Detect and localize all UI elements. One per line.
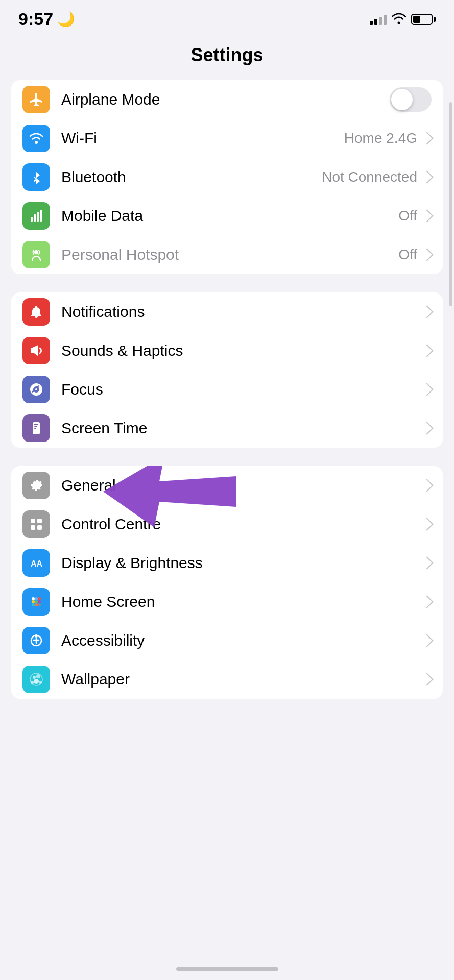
mobile-data-label: Mobile Data	[61, 207, 398, 225]
general-label: General	[61, 477, 422, 494]
display-brightness-label: Display & Brightness	[61, 554, 422, 572]
wallpaper-icon	[22, 666, 50, 693]
wifi-status-icon	[392, 13, 406, 26]
screen-time-label: Screen Time	[61, 420, 422, 437]
svg-rect-9	[34, 424, 38, 425]
control-centre-chevron	[420, 518, 433, 530]
home-screen-icon	[22, 588, 50, 616]
status-bar: 9:57 🌙	[0, 0, 454, 34]
airplane-mode-toggle[interactable]	[390, 87, 432, 112]
personal-hotspot-row[interactable]: Personal Hotspot Off	[11, 235, 443, 274]
home-screen-label: Home Screen	[61, 593, 422, 610]
home-screen-chevron	[420, 595, 433, 608]
svg-rect-2	[34, 214, 36, 222]
svg-point-21	[32, 600, 35, 603]
airplane-mode-icon	[22, 86, 50, 113]
mobile-data-chevron	[420, 209, 433, 222]
wifi-label: Wi-Fi	[61, 130, 344, 147]
personal-hotspot-value: Off	[398, 247, 417, 263]
connectivity-group: Airplane Mode Wi-Fi Home 2.4G Bluetooth …	[11, 80, 443, 274]
accessibility-row[interactable]: Accessibility	[11, 621, 443, 660]
wifi-row-icon	[22, 125, 50, 152]
svg-point-32	[36, 674, 40, 678]
mobile-data-row[interactable]: Mobile Data Off	[11, 197, 443, 235]
display-brightness-chevron	[420, 556, 433, 569]
display-brightness-icon: AA	[22, 549, 50, 577]
personal-hotspot-icon	[22, 241, 50, 268]
svg-point-7	[35, 388, 37, 390]
svg-point-5	[34, 250, 38, 254]
personal-hotspot-label: Personal Hotspot	[61, 246, 398, 263]
notifications-chevron	[420, 305, 433, 318]
control-centre-row[interactable]: Control Centre	[11, 505, 443, 544]
bluetooth-value: Not Connected	[322, 169, 417, 185]
wifi-chevron	[420, 132, 433, 144]
notifications-group: Notifications Sounds & Haptics Focus	[11, 292, 443, 448]
accessibility-label: Accessibility	[61, 632, 422, 649]
svg-point-24	[32, 603, 35, 606]
general-chevron	[420, 479, 433, 492]
notifications-icon	[22, 298, 50, 326]
svg-point-19	[35, 597, 38, 600]
svg-point-22	[35, 600, 38, 603]
bluetooth-chevron	[420, 170, 433, 183]
screen-time-icon	[22, 414, 50, 442]
svg-point-0	[35, 141, 38, 144]
status-icons	[370, 13, 436, 26]
sounds-chevron	[420, 344, 433, 357]
svg-point-33	[34, 679, 39, 684]
wallpaper-chevron	[420, 673, 433, 685]
bluetooth-row[interactable]: Bluetooth Not Connected	[11, 158, 443, 197]
svg-rect-3	[37, 212, 39, 222]
screen-time-chevron	[420, 422, 433, 434]
general-row[interactable]: General	[11, 466, 443, 505]
svg-rect-15	[31, 525, 35, 530]
display-brightness-row[interactable]: AA Display & Brightness	[11, 544, 443, 582]
svg-rect-4	[40, 210, 42, 222]
focus-icon	[22, 376, 50, 403]
svg-point-25	[35, 603, 38, 606]
svg-rect-13	[31, 519, 35, 523]
home-screen-row[interactable]: Home Screen	[11, 582, 443, 621]
moon-icon: 🌙	[57, 11, 75, 28]
status-time: 9:57 🌙	[18, 9, 75, 29]
personal-hotspot-chevron	[420, 248, 433, 261]
svg-point-26	[38, 603, 41, 606]
notifications-label: Notifications	[61, 303, 422, 321]
svg-point-23	[38, 600, 41, 603]
airplane-mode-label: Airplane Mode	[61, 91, 390, 108]
battery-icon	[411, 14, 436, 25]
focus-label: Focus	[61, 381, 422, 398]
svg-point-20	[38, 597, 41, 600]
screen-time-row[interactable]: Screen Time	[11, 409, 443, 448]
wallpaper-row[interactable]: Wallpaper	[11, 660, 443, 699]
wifi-row[interactable]: Wi-Fi Home 2.4G	[11, 119, 443, 158]
svg-rect-16	[37, 525, 42, 530]
sounds-row[interactable]: Sounds & Haptics	[11, 331, 443, 370]
bluetooth-icon	[22, 163, 50, 191]
svg-rect-10	[34, 426, 37, 427]
notifications-row[interactable]: Notifications	[11, 292, 443, 331]
svg-point-18	[32, 597, 35, 600]
display-group: General Control Centre AA Display & Brig	[11, 466, 443, 699]
page-title: Settings	[0, 34, 454, 80]
accessibility-chevron	[420, 634, 433, 647]
svg-text:AA: AA	[31, 559, 43, 568]
mobile-data-icon	[22, 202, 50, 230]
control-centre-label: Control Centre	[61, 516, 422, 533]
airplane-mode-row[interactable]: Airplane Mode	[11, 80, 443, 119]
svg-marker-6	[31, 345, 38, 356]
general-icon	[22, 472, 50, 499]
svg-rect-1	[31, 217, 33, 222]
control-centre-icon	[22, 510, 50, 538]
bluetooth-label: Bluetooth	[61, 168, 322, 186]
focus-chevron	[420, 383, 433, 396]
focus-row[interactable]: Focus	[11, 370, 443, 409]
svg-rect-14	[37, 519, 42, 523]
scrollbar[interactable]	[449, 102, 452, 306]
sounds-icon	[22, 337, 50, 364]
wifi-value: Home 2.4G	[344, 130, 417, 146]
svg-rect-11	[34, 428, 36, 429]
accessibility-icon	[22, 627, 50, 654]
wallpaper-label: Wallpaper	[61, 671, 422, 688]
